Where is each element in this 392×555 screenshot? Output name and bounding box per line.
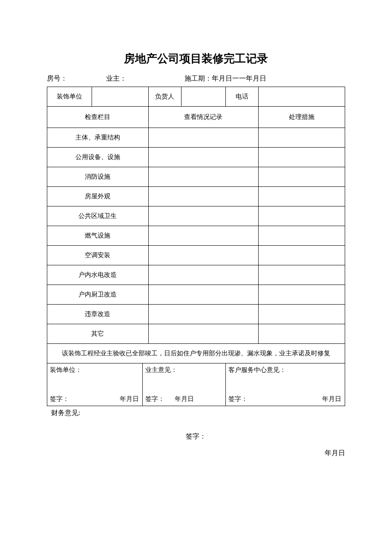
item-label: 消防设施 [47,167,149,187]
note-text: 该装饰工程经业主验收已全部竣工，日后如住户专用部分出现渗、漏水现象，业主承诺及时… [47,344,345,363]
item-record [148,206,259,226]
item-record [148,128,259,148]
item-row: 房屋外观 [47,187,345,206]
item-action [259,246,345,265]
item-label: 其它 [47,324,149,344]
item-action [259,148,345,167]
item-label: 公用设备、设施 [47,148,149,167]
item-record [148,246,259,265]
item-action [259,324,345,344]
item-action [259,206,345,226]
item-action [259,167,345,187]
item-row: 户内水电改造 [47,265,345,285]
room-label: 房号： [47,74,104,83]
item-label: 户内水电改造 [47,265,149,285]
date-label: 年月日 [175,395,194,403]
owner-label: 业主： [106,74,183,83]
date-label: 年月日 [322,395,341,403]
sign-label: 签字： [228,395,248,403]
owner-sign-block: 业主意见： 签字： 年月日 [142,363,226,406]
manager-label: 负货人 [148,87,181,107]
item-action [259,128,345,148]
date-label: 年月日 [120,395,139,403]
item-row: 燃气设施 [47,226,345,246]
item-record [148,285,259,305]
item-action [259,187,345,206]
item-record [148,187,259,206]
owner-opinion-label: 业主意见： [145,366,223,374]
unit-label: 装饰单位 [47,87,92,107]
item-row: 违章改造 [47,305,345,324]
item-label: 房屋外观 [47,187,149,206]
unit-sign-block: 装饰单位： 签字： 年月日 [47,363,143,406]
phone-value [259,87,345,107]
item-record [148,148,259,167]
signature-row: 装饰单位： 签字： 年月日 业主意见： 签字： 年月日 客户服务中心意见： 签字… [47,363,345,406]
unit-row: 装饰单位 负货人 电话 [47,87,345,107]
item-label: 违章改造 [47,305,149,324]
main-table: 装饰单位 负货人 电话 检查栏目 查看情况记录 处理措施 主体、承重结构 公用设… [47,87,345,406]
document-title: 房地产公司项目装修完工记录 [47,51,345,66]
item-action [259,265,345,285]
item-row: 消防设施 [47,167,345,187]
column-header-row: 检查栏目 查看情况记录 处理措施 [47,107,345,128]
sign-label: 签字： [145,395,164,403]
item-row: 主体、承重结构 [47,128,345,148]
sign-label: 签字： [50,395,69,403]
unit-value [92,87,148,107]
item-record [148,305,259,324]
phone-label: 电话 [226,87,259,107]
record-column-header: 查看情况记录 [148,107,259,128]
item-action [259,305,345,324]
item-row: 其它 [47,324,345,344]
unit-sign-label: 装饰单位： [50,366,140,374]
item-label: 公共区域卫生 [47,206,149,226]
item-record [148,265,259,285]
service-sign-block: 客户服务中心意见： 签字： 年月日 [226,363,345,406]
finance-label: 财务意见: [47,409,345,418]
item-label: 主体、承重结构 [47,128,149,148]
action-column-header: 处理措施 [259,107,345,128]
item-label: 户内厨卫改造 [47,285,149,305]
note-row: 该装饰工程经业主验收已全部竣工，日后如住户专用部分出现渗、漏水现象，业主承诺及时… [47,344,345,363]
item-record [148,167,259,187]
item-record [148,324,259,344]
header-line: 房号： 业主： 施工期：年月日一一年月日 [47,74,345,83]
check-column-header: 检查栏目 [47,107,149,128]
service-opinion-label: 客户服务中心意见： [228,366,342,374]
item-action [259,226,345,246]
item-row: 公共区域卫生 [47,206,345,226]
period-label: 施工期：年月日一一年月日 [184,75,266,82]
finance-date-label: 年月日 [47,449,345,458]
item-action [259,285,345,305]
item-row: 户内厨卫改造 [47,285,345,305]
manager-value [181,87,226,107]
item-label: 空调安装 [47,246,149,265]
finance-sign-label: 签字： [47,432,345,441]
item-row: 公用设备、设施 [47,148,345,167]
item-record [148,226,259,246]
item-row: 空调安装 [47,246,345,265]
item-label: 燃气设施 [47,226,149,246]
